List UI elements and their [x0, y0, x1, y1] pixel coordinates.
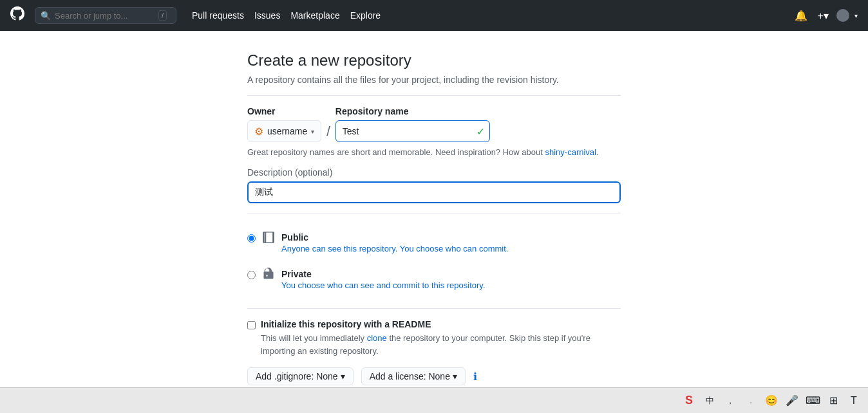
reponame-group: Repository name ✓: [335, 106, 490, 142]
search-bar[interactable]: 🔍 /: [35, 7, 176, 24]
visibility-private: Private You choose who can see and commi…: [247, 261, 621, 298]
readme-title: Initialize this repository with a README: [261, 319, 621, 329]
reponame-label: Repository name: [335, 106, 490, 116]
owner-label: Owner: [247, 106, 321, 116]
search-input[interactable]: [55, 11, 155, 21]
public-title: Public: [281, 232, 508, 243]
public-desc: Anyone can see this repository. You choo…: [281, 244, 508, 253]
visibility-private-text: Private You choose who can see and commi…: [281, 269, 486, 290]
private-title: Private: [281, 269, 486, 279]
search-kbd: /: [158, 10, 167, 21]
divider-visibility: [247, 214, 621, 214]
visibility-section: Public Anyone can see this repository. Y…: [247, 225, 621, 298]
page-subtitle: A repository contains all the files for …: [247, 75, 621, 85]
navbar: 🔍 / Pull requests Issues Marketplace Exp…: [0, 0, 868, 31]
visibility-private-radio[interactable]: [247, 271, 256, 279]
description-label: Description (optional): [247, 167, 621, 178]
gitignore-label: Add .gitignore: None: [256, 371, 338, 381]
valid-icon: ✓: [476, 125, 485, 138]
owner-icon: ⚙: [254, 125, 263, 138]
gitignore-dropdown[interactable]: Add .gitignore: None ▾: [247, 367, 354, 385]
nav-issues[interactable]: Issues: [254, 10, 280, 21]
public-icon: [262, 231, 275, 247]
taskbar-icon-keyboard[interactable]: ⌨: [804, 392, 822, 410]
search-icon: 🔍: [41, 11, 51, 21]
nav-pull-requests[interactable]: Pull requests: [192, 10, 244, 21]
suggestion-text: Great repository names are short and mem…: [247, 147, 621, 157]
taskbar-icon-comma[interactable]: ,: [721, 392, 739, 410]
license-label: Add a license: None: [370, 371, 450, 381]
owner-selector[interactable]: ⚙ username ▾: [247, 120, 321, 142]
owner-repo-row: Owner ⚙ username ▾ / Repository name ✓: [247, 106, 621, 142]
nav-marketplace[interactable]: Marketplace: [290, 10, 339, 21]
dropdowns-row: Add .gitignore: None ▾ Add a license: No…: [247, 367, 621, 385]
visibility-public-text: Public Anyone can see this repository. Y…: [281, 232, 508, 253]
nav-links: Pull requests Issues Marketplace Explore: [192, 10, 381, 21]
license-dropdown[interactable]: Add a license: None ▾: [361, 367, 466, 385]
info-icon[interactable]: ℹ: [473, 371, 477, 383]
owner-group: Owner ⚙ username ▾: [247, 106, 321, 142]
visibility-public-radio[interactable]: [247, 234, 256, 243]
license-chevron: ▾: [453, 371, 457, 381]
readme-text: Initialize this repository with a README…: [261, 319, 621, 357]
notifications-button[interactable]: 🔔: [792, 7, 810, 24]
form-container: Create a new repository A repository con…: [234, 51, 634, 413]
main-content: Create a new repository A repository con…: [0, 31, 868, 413]
nav-right: 🔔 +▾ ▾: [792, 7, 858, 24]
clone-link[interactable]: clone: [367, 333, 387, 343]
new-item-button[interactable]: +▾: [815, 7, 831, 24]
readme-section: Initialize this repository with a README…: [247, 319, 621, 357]
divider-readme: [247, 308, 621, 309]
separator: /: [321, 106, 335, 139]
description-input[interactable]: [247, 181, 621, 203]
private-desc: You choose who can see and commit to thi…: [281, 280, 486, 290]
readme-row: Initialize this repository with a README…: [247, 319, 621, 357]
taskbar-icon-zh[interactable]: 中: [701, 392, 719, 410]
taskbar-icon-mic[interactable]: 🎤: [783, 392, 801, 410]
taskbar-icon-grid[interactable]: ⊞: [824, 392, 842, 410]
visibility-public: Public Anyone can see this repository. Y…: [247, 225, 621, 261]
nav-explore[interactable]: Explore: [350, 10, 381, 21]
github-logo[interactable]: [10, 6, 24, 24]
readme-desc: This will let you immediately clone the …: [261, 332, 621, 357]
avatar[interactable]: [836, 9, 849, 22]
readme-checkbox[interactable]: [247, 321, 256, 329]
reponame-input[interactable]: [335, 120, 490, 142]
taskbar-icon-s[interactable]: S: [680, 392, 698, 410]
description-group: Description (optional): [247, 167, 621, 203]
owner-chevron: ▾: [311, 128, 314, 135]
suggestion-link[interactable]: shiny-carnival: [545, 147, 596, 157]
taskbar-icon-dot[interactable]: .: [742, 392, 760, 410]
taskbar-bottom: S 中 , . 😊 🎤 ⌨ ⊞ T: [0, 387, 868, 413]
owner-name: username: [267, 126, 307, 136]
taskbar-icon-t[interactable]: T: [845, 392, 863, 410]
gitignore-chevron: ▾: [341, 371, 345, 381]
avatar-chevron[interactable]: ▾: [854, 12, 858, 19]
taskbar-icon-emoji[interactable]: 😊: [762, 392, 780, 410]
reponame-input-wrap: ✓: [335, 120, 490, 142]
page-title: Create a new repository: [247, 51, 621, 69]
divider-top: [247, 95, 621, 96]
private-icon: [262, 268, 275, 284]
